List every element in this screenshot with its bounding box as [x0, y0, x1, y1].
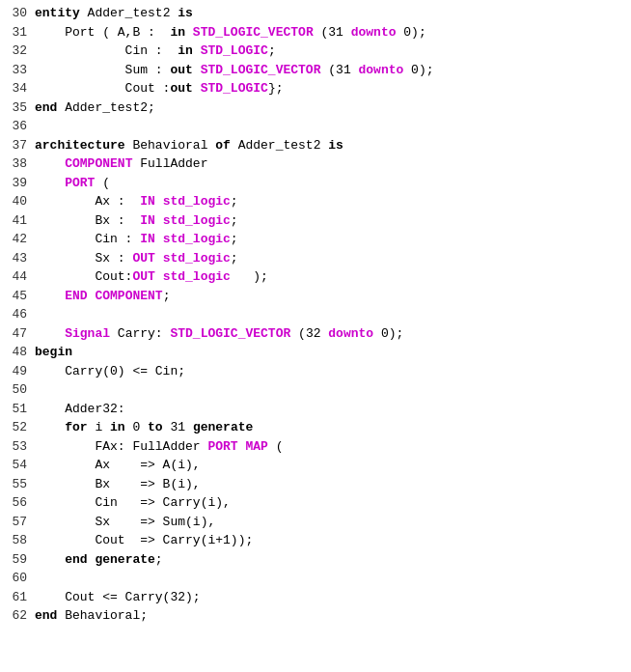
token	[155, 194, 163, 209]
line-number: 46	[0, 305, 35, 323]
token	[155, 232, 163, 246]
token: is	[328, 138, 343, 153]
line-number: 34	[0, 79, 35, 98]
token	[35, 176, 65, 190]
token: IN	[140, 194, 155, 209]
line-number: 31	[0, 23, 35, 42]
line-content: Ax : IN std_logic;	[35, 192, 631, 210]
token: Adder_test2	[80, 6, 178, 20]
token: std_logic	[163, 232, 231, 246]
code-line: 60	[0, 569, 631, 588]
token: (31	[320, 63, 358, 77]
line-number: 44	[0, 267, 35, 286]
token: std_logic	[163, 251, 231, 266]
line-number: 50	[0, 380, 35, 399]
code-line: 46	[0, 305, 631, 324]
line-number: 60	[0, 569, 35, 587]
token: Bx => B(i),	[35, 477, 201, 491]
token: Cout:	[35, 269, 132, 284]
token: Cin :	[35, 43, 178, 58]
token: END COMPONENT	[65, 289, 162, 303]
line-number: 49	[0, 362, 35, 380]
token	[193, 63, 201, 77]
token: ;	[163, 289, 171, 303]
token: Cin :	[35, 232, 140, 246]
token: STD_LOGIC	[201, 43, 268, 58]
token: FullAdder	[132, 156, 207, 171]
token: std_logic	[163, 194, 231, 209]
line-content: end Adder_test2;	[35, 98, 631, 117]
line-number: 47	[0, 324, 35, 343]
token: Cout :	[35, 81, 170, 96]
line-number: 56	[0, 493, 35, 512]
token: to	[148, 420, 163, 434]
token: Cout => Carry(i+1));	[35, 533, 253, 547]
token: entity	[35, 6, 80, 20]
code-line: 56 Cin => Carry(i),	[0, 493, 631, 513]
token: Port ( A,B :	[35, 25, 170, 40]
line-content: COMPONENT FullAdder	[35, 154, 631, 173]
token: 0	[125, 420, 148, 434]
code-line: 36	[0, 117, 631, 136]
line-content: PORT (	[35, 174, 631, 192]
token: PORT MAP	[207, 439, 267, 454]
code-line: 61 Cout <= Carry(32);	[0, 588, 631, 607]
line-number: 33	[0, 61, 35, 79]
code-line: 62end Behavioral;	[0, 606, 631, 626]
token: (31	[314, 25, 351, 40]
token: end	[35, 608, 57, 623]
token: OUT	[132, 269, 154, 284]
token	[185, 25, 193, 40]
code-line: 41 Bx : IN std_logic;	[0, 211, 631, 231]
token: downto	[351, 25, 397, 40]
token: OUT	[132, 251, 154, 266]
token: STD_LOGIC_VECTOR	[193, 25, 314, 40]
line-number: 37	[0, 136, 35, 154]
token: ;	[155, 552, 163, 567]
token: (	[268, 439, 284, 454]
token: generate	[193, 420, 253, 434]
token: Ax :	[35, 194, 140, 209]
code-line: 50	[0, 380, 631, 400]
line-content: entity Adder_test2 is	[35, 4, 631, 22]
line-number: 41	[0, 211, 35, 230]
token: out	[170, 63, 192, 77]
line-number: 53	[0, 437, 35, 456]
token: Cin => Carry(i),	[35, 495, 231, 510]
token: Signal	[65, 326, 110, 341]
code-line: 35end Adder_test2;	[0, 98, 631, 118]
token: Adder32:	[35, 402, 125, 416]
code-line: 58 Cout => Carry(i+1));	[0, 531, 631, 550]
code-line: 45 END COMPONENT;	[0, 287, 631, 306]
token: Sx :	[35, 251, 132, 266]
token: Bx :	[35, 213, 140, 228]
line-content: Bx : IN std_logic;	[35, 211, 631, 230]
line-number: 30	[0, 4, 35, 22]
line-content: Bx => B(i),	[35, 475, 631, 493]
code-editor: 30entity Adder_test2 is31 Port ( A,B : i…	[0, 0, 631, 672]
token: architecture	[35, 138, 125, 153]
code-line: 57 Sx => Sum(i),	[0, 513, 631, 532]
code-line: 55 Bx => B(i),	[0, 475, 631, 494]
token: IN	[140, 213, 155, 228]
token: of	[215, 138, 231, 153]
token: );	[231, 269, 268, 284]
code-line: 49 Carry(0) <= Cin;	[0, 362, 631, 381]
code-line: 48begin	[0, 343, 631, 362]
token	[35, 156, 65, 171]
token: (32	[290, 326, 328, 341]
token: out	[170, 81, 192, 96]
code-line: 44 Cout:OUT std_logic );	[0, 267, 631, 287]
line-content: end Behavioral;	[35, 606, 631, 625]
token: Cout <= Carry(32);	[35, 590, 201, 604]
code-line: 39 PORT (	[0, 174, 631, 193]
line-number: 39	[0, 174, 35, 192]
token: (	[95, 176, 110, 190]
token: end	[35, 100, 57, 115]
line-content: Ax => A(i),	[35, 456, 631, 474]
code-line: 38 COMPONENT FullAdder	[0, 154, 631, 174]
code-line: 54 Ax => A(i),	[0, 456, 631, 475]
token: STD_LOGIC_VECTOR	[201, 63, 321, 77]
line-number: 62	[0, 606, 35, 625]
line-number: 43	[0, 249, 35, 267]
